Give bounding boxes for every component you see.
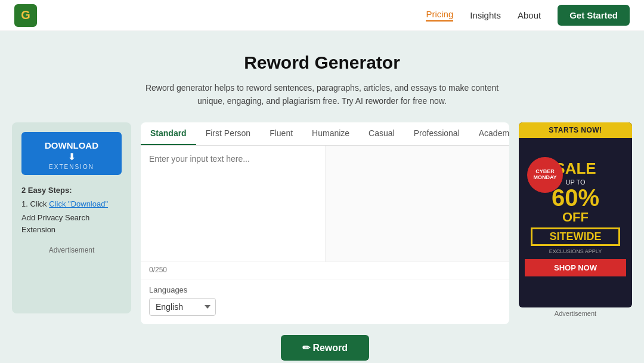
tab-academic[interactable]: Academic	[469, 122, 509, 145]
tab-humanize[interactable]: Humanize	[302, 122, 359, 145]
reword-section: ✏ Reword	[141, 324, 509, 363]
page-title: Reword Generator	[12, 53, 632, 73]
tab-fluent[interactable]: Fluent	[260, 122, 302, 145]
tab-professional[interactable]: Professional	[404, 122, 469, 145]
language-select[interactable]: English Spanish French German Italian Po…	[149, 298, 216, 316]
off-label: OFF	[525, 210, 626, 225]
left-advertisement: DOWNLOAD ⬇ EXTENSION 2 Easy Steps: 1. Cl…	[12, 122, 131, 313]
tool-center: Standard First Person Fluent Humanize Ca…	[141, 122, 509, 363]
language-section: Languages English Spanish French German …	[141, 279, 509, 324]
download-label: DOWNLOAD	[45, 140, 98, 150]
sitewide-text: SITEWIDE	[531, 227, 620, 246]
nav-pricing[interactable]: Pricing	[426, 9, 453, 21]
step-2: Add Privacy Search Extension	[21, 212, 122, 235]
nav-insights[interactable]: Insights	[470, 10, 501, 20]
cyber-badge: CYBER MONDAY	[527, 157, 563, 193]
hero-section: Reword Generator Reword generator helps …	[0, 31, 644, 122]
right-ad-inner[interactable]: STARTS NOW! CYBER MONDAY SALE UP TO 60% …	[519, 122, 632, 307]
char-count: 0/250	[141, 262, 509, 279]
hero-description: Reword generator helps to reword sentenc…	[137, 81, 507, 108]
tabs-bar: Standard First Person Fluent Humanize Ca…	[141, 122, 509, 146]
ad-banner-top: STARTS NOW!	[519, 122, 632, 138]
tool-wrapper: DOWNLOAD ⬇ EXTENSION 2 Easy Steps: 1. Cl…	[0, 122, 644, 363]
exclusions-text: EXCLUSIONS APPLY	[525, 248, 626, 254]
right-advertisement: STARTS NOW! CYBER MONDAY SALE UP TO 60% …	[519, 122, 632, 317]
navbar: G Pricing Insights About Get Started	[0, 0, 644, 31]
step-1: 1. Click Click "Download"	[21, 198, 122, 210]
language-label: Languages	[149, 285, 501, 294]
download-link[interactable]: Click "Download"	[49, 199, 108, 208]
left-ad-label: Advertisement	[21, 246, 122, 254]
extension-label: EXTENSION	[49, 164, 94, 170]
input-pane	[141, 146, 325, 262]
output-pane	[325, 146, 510, 262]
easy-steps: 2 Easy Steps: 1. Click Click "Download" …	[21, 186, 122, 236]
steps-title: 2 Easy Steps:	[21, 186, 122, 195]
input-textarea[interactable]	[141, 146, 325, 259]
tab-standard[interactable]: Standard	[141, 122, 196, 145]
right-ad-label: Advertisement	[519, 310, 632, 317]
tool-body: 0/250 Languages English Spanish French G…	[141, 146, 509, 324]
reword-button[interactable]: ✏ Reword	[281, 335, 369, 361]
nav-links: Pricing Insights About Get Started	[426, 5, 630, 26]
text-area-wrapper	[141, 146, 509, 262]
tab-first-person[interactable]: First Person	[196, 122, 260, 145]
site-logo[interactable]: G	[14, 4, 37, 27]
shop-now-button[interactable]: SHOP NOW	[525, 259, 626, 276]
tab-casual[interactable]: Casual	[359, 122, 404, 145]
download-extension-button[interactable]: DOWNLOAD ⬇ EXTENSION	[21, 132, 122, 175]
nav-about[interactable]: About	[518, 10, 541, 20]
get-started-button[interactable]: Get Started	[558, 5, 630, 26]
